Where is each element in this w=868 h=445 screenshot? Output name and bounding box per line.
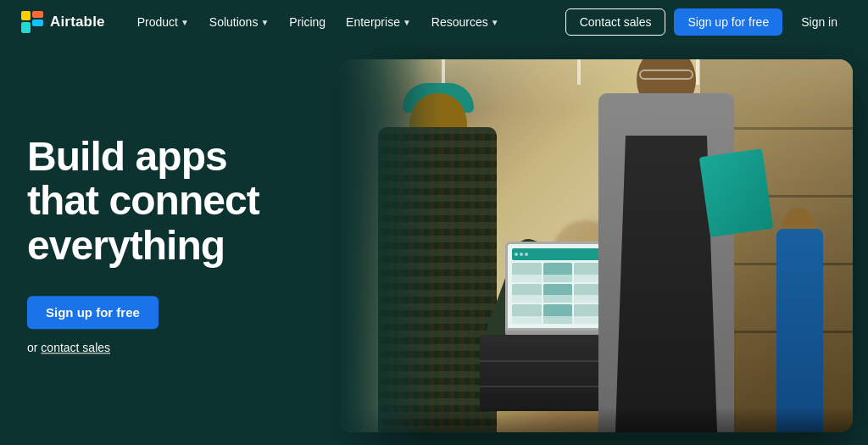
nav-link-solutions[interactable]: Solutions ▼	[201, 10, 278, 34]
person-right	[590, 59, 768, 432]
laptop-cell	[543, 304, 573, 324]
laptop-cell	[512, 284, 542, 303]
laptop-dot	[525, 253, 528, 256]
background-person-right	[772, 203, 832, 432]
nav-link-resources[interactable]: Resources ▼	[423, 10, 508, 34]
laptop-dot	[520, 253, 523, 256]
hero-signup-button[interactable]: Sign up for free	[27, 296, 159, 329]
chevron-down-icon: ▼	[260, 18, 269, 27]
nav-link-enterprise[interactable]: Enterprise ▼	[337, 10, 420, 34]
chevron-down-icon: ▼	[491, 18, 499, 27]
chevron-down-icon: ▼	[181, 18, 189, 27]
nav-links: Product ▼ Solutions ▼ Pricing Enterprise…	[129, 10, 565, 34]
logo-link[interactable]: Airtable	[20, 10, 105, 34]
contact-sales-button[interactable]: Contact sales	[565, 8, 666, 36]
body	[776, 229, 823, 432]
laptop-dot	[515, 253, 518, 256]
hero-headline: Build apps that connect everything	[27, 135, 259, 269]
signup-button-nav[interactable]: Sign up for free	[674, 8, 782, 36]
laptop-cell	[543, 284, 573, 303]
svg-rect-2	[32, 19, 43, 26]
nav-link-product[interactable]: Product ▼	[129, 10, 198, 34]
chevron-down-icon: ▼	[403, 18, 411, 27]
laptop-cell	[543, 263, 573, 282]
navbar: Airtable Product ▼ Solutions ▼ Pricing E…	[0, 0, 868, 44]
nav-actions: Contact sales Sign up for free Sign in	[565, 8, 848, 36]
laptop-cell	[512, 304, 542, 324]
nav-link-pricing[interactable]: Pricing	[281, 10, 334, 34]
laptop-cell	[512, 263, 542, 282]
airtable-logo-icon	[20, 10, 44, 34]
svg-rect-0	[21, 11, 31, 20]
hero-section: Build apps that connect everything Sign …	[0, 44, 868, 445]
svg-rect-1	[32, 11, 43, 18]
folder	[699, 148, 773, 237]
signin-button[interactable]: Sign in	[791, 9, 848, 35]
logo-text: Airtable	[50, 14, 105, 31]
contact-sales-link[interactable]: contact sales	[41, 341, 110, 354]
hero-cta-group: Sign up for free or contact sales	[27, 296, 259, 354]
glasses	[639, 70, 693, 80]
hero-content: Build apps that connect everything Sign …	[27, 135, 259, 354]
svg-rect-3	[21, 22, 31, 33]
scene-light-2	[577, 59, 581, 85]
hero-alt-cta: or contact sales	[27, 341, 259, 354]
